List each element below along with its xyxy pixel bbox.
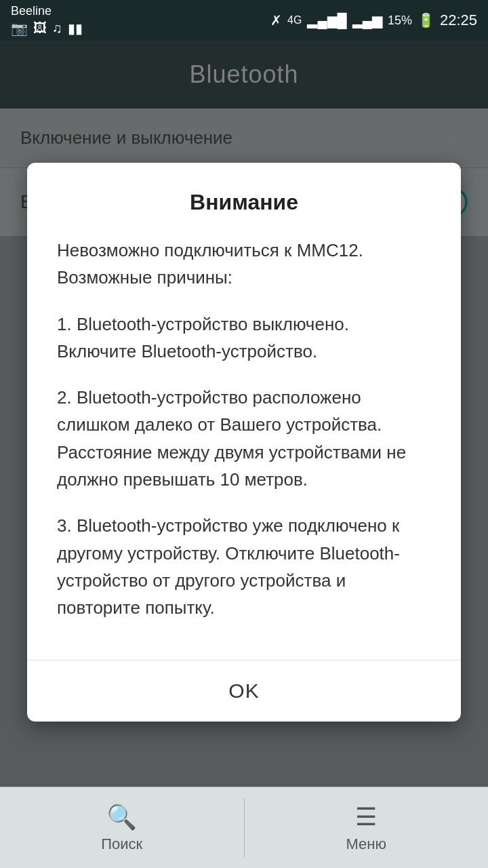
- menu-nav-label: Меню: [346, 835, 386, 853]
- battery-icon: 🔋: [418, 12, 434, 28]
- nav-menu[interactable]: ☰ Меню: [245, 787, 489, 868]
- search-nav-icon: 🔍: [106, 803, 137, 831]
- signal-bars-2-icon: ▂▄▆: [352, 12, 382, 28]
- menu-nav-icon: ☰: [355, 803, 377, 831]
- signal-4g-icon: 4G: [287, 14, 302, 26]
- dialog-footer: OK: [27, 660, 461, 722]
- dialog-paragraph-3: 2. Bluetooth-устройство расположено слиш…: [57, 384, 431, 493]
- dialog-paragraph-2: 1. Bluetooth-устройство выключено. Включ…: [57, 311, 431, 366]
- nav-search[interactable]: 🔍 Поиск: [0, 787, 244, 868]
- battery-level: 15%: [388, 14, 412, 28]
- camera-icon: 📷: [11, 20, 28, 37]
- instagram-icon: 🖼: [33, 20, 47, 36]
- bluetooth-status-icon: ✗: [270, 12, 282, 28]
- pause-icon: ▮▮: [68, 20, 83, 37]
- notification-icons: 📷 🖼 ♫ ▮▮: [11, 20, 83, 37]
- alert-dialog: Внимание Невозможно подключиться к MMC12…: [27, 163, 461, 722]
- dialog-title: Внимание: [57, 190, 431, 215]
- status-right-icons: ✗ 4G ▂▄▆█ ▂▄▆ 15% 🔋 22:25: [270, 12, 477, 29]
- ok-button[interactable]: OK: [27, 660, 461, 722]
- signal-bars-1-icon: ▂▄▆█: [307, 12, 346, 28]
- dialog-body: Внимание Невозможно подключиться к MMC12…: [27, 163, 461, 654]
- search-nav-label: Поиск: [101, 835, 142, 853]
- dialog-overlay: Внимание Невозможно подключиться к MMC12…: [0, 41, 488, 868]
- dialog-paragraph-1: Невозможно подключиться к MMC12. Возможн…: [57, 237, 431, 292]
- carrier-info: Beeline 📷 🖼 ♫ ▮▮: [11, 4, 83, 37]
- dialog-paragraph-4: 3. Bluetooth-устройство уже подключено к…: [57, 512, 431, 621]
- status-bar: Beeline 📷 🖼 ♫ ▮▮ ✗ 4G ▂▄▆█ ▂▄▆ 15% 🔋 22:…: [0, 0, 488, 41]
- clock: 22:25: [440, 12, 477, 29]
- carrier-name-1: Beeline: [11, 4, 52, 19]
- music-icon: ♫: [52, 20, 62, 36]
- bottom-navigation: 🔍 Поиск ☰ Меню: [0, 787, 488, 868]
